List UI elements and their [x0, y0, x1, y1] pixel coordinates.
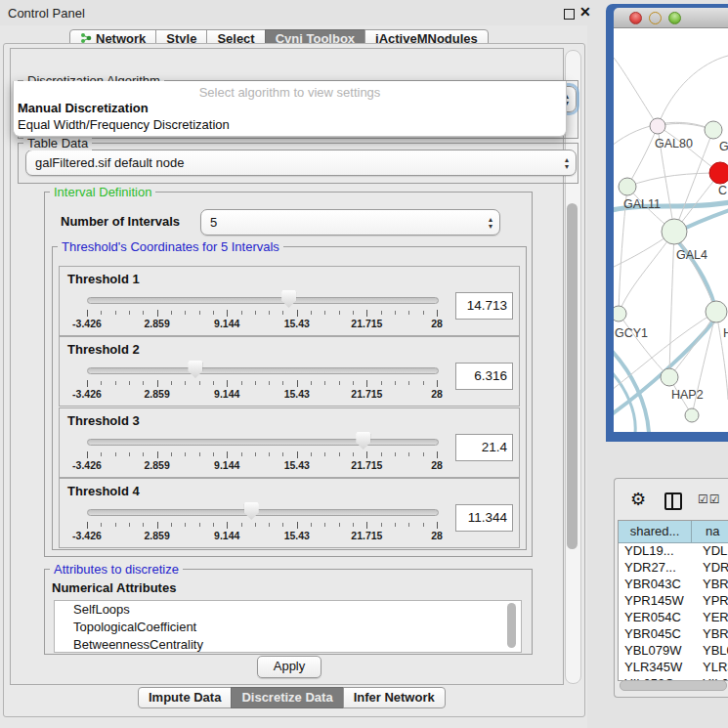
table-header-row: shared... na: [619, 521, 728, 543]
table-row[interactable]: YBL079WYBL0: [619, 643, 728, 660]
network-edge[interactable]: [627, 126, 658, 187]
tab-label: Discretize Data: [241, 690, 332, 705]
slider-tick: [129, 381, 130, 385]
threshold-value-field[interactable]: 11.344: [455, 504, 513, 532]
table-row[interactable]: YPR145WYPR1: [619, 593, 728, 610]
network-node[interactable]: [685, 408, 699, 422]
tab-impute-data[interactable]: Impute Data: [138, 687, 232, 708]
slider-handle[interactable]: [281, 290, 296, 308]
cell-name: YBR0: [697, 577, 728, 593]
slider-tick-label: 2.859: [144, 388, 169, 400]
node-label-ga: GA: [719, 140, 728, 153]
network-node[interactable]: [662, 219, 687, 244]
checkbox-columns-icon[interactable]: ☑☑: [698, 492, 721, 506]
number-of-intervals-combo[interactable]: 5 ▴▾: [200, 209, 500, 236]
slider-tick: [297, 380, 298, 387]
slider-tick-label: -3.426: [72, 318, 102, 329]
numerical-attributes-list[interactable]: SelfLoopsTopologicalCoefficientBetweenne…: [54, 600, 522, 653]
network-node[interactable]: [709, 162, 728, 184]
node-attribute-table[interactable]: shared... na YDL19...YDL1YDR27...YDR2YBR…: [618, 520, 728, 681]
table-row[interactable]: YDR27...YDR2: [619, 560, 728, 577]
slider-tick: [395, 311, 396, 315]
slider-tick: [171, 523, 172, 527]
attributes-scrollbar-thumb[interactable]: [507, 603, 516, 648]
slider-tick: [269, 523, 270, 527]
slider-tick: [366, 380, 367, 387]
network-canvas[interactable]: GAL80GACGAL11GAL4GCY1HAHAP2: [614, 28, 728, 432]
slider-track[interactable]: [87, 439, 439, 446]
attribute-list-item[interactable]: BetweennessCentrality: [55, 636, 521, 653]
slider-tick: [282, 523, 283, 527]
slider-handle[interactable]: [244, 502, 259, 520]
slider-tick: [282, 311, 283, 315]
network-edge[interactable]: [614, 58, 658, 126]
node-label-gal4: GAL4: [676, 248, 707, 262]
network-edge[interactable]: [627, 173, 720, 187]
network-edge[interactable]: [658, 56, 728, 126]
table-row[interactable]: YDL19...YDL1: [619, 543, 728, 560]
slider-handle[interactable]: [356, 432, 370, 450]
network-node[interactable]: [705, 121, 722, 139]
network-edge[interactable]: [669, 232, 674, 377]
table-row[interactable]: YBR045CYBR0: [619, 626, 728, 643]
slider-track[interactable]: [87, 509, 439, 516]
network-node[interactable]: [661, 368, 678, 386]
table-data-combo[interactable]: galFiltered.sif default node ▴▾: [25, 150, 577, 176]
slider-handle[interactable]: [188, 361, 202, 378]
close-icon[interactable]: ✕: [579, 4, 591, 20]
minimize-traffic-light-icon[interactable]: [649, 12, 662, 24]
slider-track[interactable]: [87, 367, 439, 374]
network-node[interactable]: [650, 118, 665, 134]
table-row[interactable]: YLR345WYLR3: [619, 660, 728, 676]
slider-tick: [115, 381, 116, 385]
algorithm-prompt-item[interactable]: Select algorithm to view settings: [14, 85, 566, 100]
column-header-shared[interactable]: shared...: [619, 521, 692, 542]
table-rows: YDL19...YDL1YDR27...YDR2YBR043CYBR0YPR14…: [619, 543, 728, 681]
slider-tick: [213, 311, 214, 315]
attribute-list-item[interactable]: TopologicalCoefficient: [55, 619, 521, 636]
table-row[interactable]: YER054CYER0: [619, 610, 728, 626]
slider-tick: [282, 381, 283, 385]
close-traffic-light-icon[interactable]: [629, 12, 642, 24]
threshold-panel-3: Threshold 3-3.4262.8599.14415.4321.71528…: [59, 407, 520, 478]
apply-button[interactable]: Apply: [257, 656, 321, 678]
gear-icon[interactable]: ⚙: [630, 489, 646, 510]
slider-tick: [395, 523, 396, 527]
table-row[interactable]: YBR043CYBR0: [619, 577, 728, 593]
slider-tick: [423, 311, 424, 315]
network-node[interactable]: [619, 178, 636, 195]
slider-tick: [185, 452, 186, 456]
tab-infer-network[interactable]: Infer Network: [343, 687, 446, 708]
threshold-value-field[interactable]: 6.316: [455, 363, 513, 390]
slider-tick: [171, 311, 172, 315]
algorithm-option-0[interactable]: Manual Discretization: [17, 101, 560, 115]
slider-tick-label: 9.144: [214, 388, 239, 400]
slider-tick: [381, 523, 382, 527]
combo-arrows-icon: ▴▾: [482, 216, 499, 230]
slider-tick-label: -3.426: [72, 459, 102, 471]
slider-tick: [255, 452, 256, 456]
table-horizontal-scrollbar[interactable]: [620, 680, 727, 691]
float-window-icon[interactable]: [564, 9, 575, 20]
slider-tick: [339, 311, 340, 315]
threshold-value-field[interactable]: 14.713: [455, 292, 513, 320]
network-edge[interactable]: [619, 232, 674, 314]
threshold-value-field[interactable]: 21.4: [455, 434, 513, 461]
network-edge[interactable]: [716, 312, 728, 400]
slider-track[interactable]: [87, 297, 439, 304]
slider-tick-label: 9.144: [214, 530, 239, 541]
split-view-icon[interactable]: [664, 492, 682, 510]
slider-tick: [185, 311, 186, 315]
algorithm-option-1[interactable]: Equal Width/Frequency Discretization: [17, 117, 560, 132]
zoom-traffic-light-icon[interactable]: [668, 12, 681, 24]
cell-name: YER0: [697, 610, 728, 626]
tab-discretize-data[interactable]: Discretize Data: [231, 687, 343, 708]
attribute-list-item[interactable]: SelfLoops: [55, 601, 521, 619]
column-header-name[interactable]: na: [692, 521, 728, 542]
cell-name: YBR0: [697, 626, 728, 643]
network-node[interactable]: [706, 301, 727, 322]
vertical-scrollbar-thumb[interactable]: [567, 203, 578, 549]
network-node[interactable]: [614, 306, 626, 321]
slider-tick-label: 28: [431, 318, 443, 329]
cell-shared-name: YBL079W: [619, 643, 697, 660]
